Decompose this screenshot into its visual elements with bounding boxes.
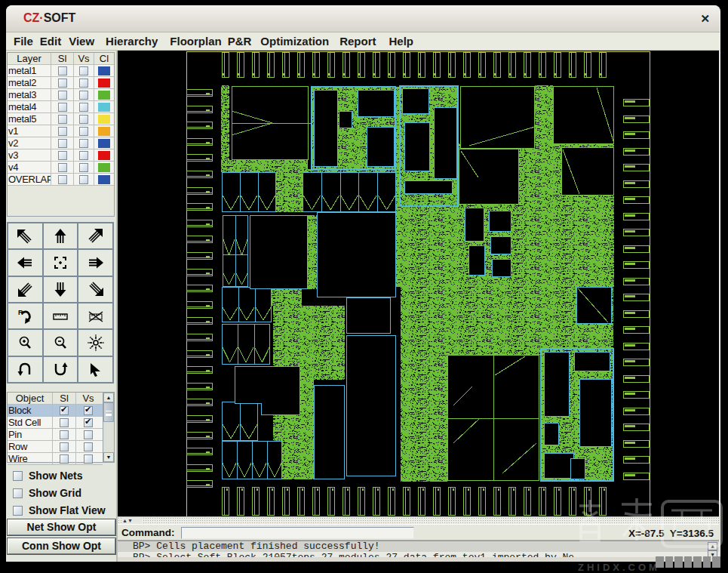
svg-text:R: R [18,309,23,316]
svg-text:ZHIDX.COM: ZHIDX.COM [578,562,660,573]
